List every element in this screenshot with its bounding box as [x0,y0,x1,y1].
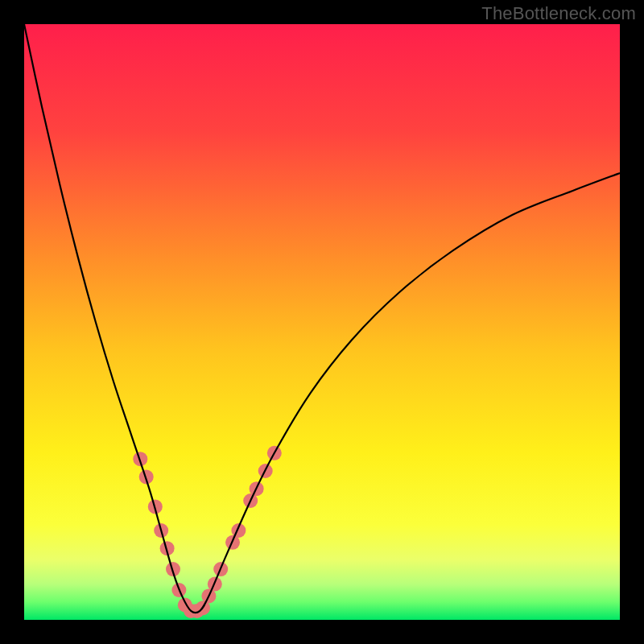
chart-svg [24,24,620,620]
data-markers [133,446,281,618]
bottleneck-curve [24,24,620,613]
chart-frame: TheBottleneck.com [0,0,644,644]
watermark-text: TheBottleneck.com [481,3,636,24]
plot-area [24,24,620,620]
